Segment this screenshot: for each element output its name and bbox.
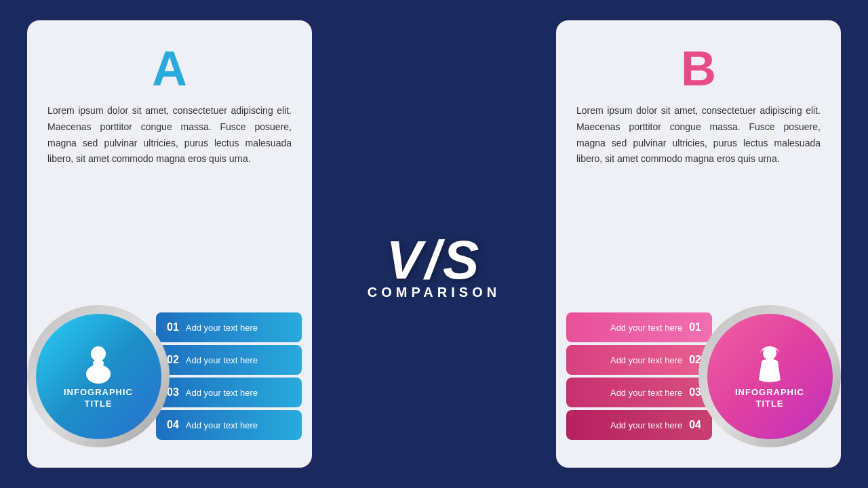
right-card-bottom: Add your text here 01 Add your text here… <box>556 305 841 468</box>
left-item-3-text: Add your text here <box>186 388 258 398</box>
left-item-3-number: 03 <box>167 386 179 399</box>
left-item-4-text: Add your text here <box>186 420 258 430</box>
left-card-letter: A <box>47 41 292 96</box>
left-card-bottom: INFOGRAPHIC TITLE 01 Add your text here … <box>27 305 312 468</box>
right-avatar-inner: INFOGRAPHIC TITLE <box>707 314 833 439</box>
female-person-icon <box>748 343 792 387</box>
left-card-body: Lorem ipsum dolor sit amet, consectetuer… <box>47 103 292 167</box>
left-list-item-4: 04 Add your text here <box>156 410 302 440</box>
right-avatar-title: INFOGRAPHIC TITLE <box>735 387 804 410</box>
left-avatar-title: INFOGRAPHIC TITLE <box>64 387 133 410</box>
svg-rect-4 <box>766 358 774 363</box>
svg-point-1 <box>86 365 111 384</box>
vs-title: V/S <box>387 229 482 291</box>
main-container: A Lorem ipsum dolor sit amet, consectetu… <box>0 0 868 488</box>
right-list-item-3: Add your text here 03 <box>566 378 712 407</box>
right-list-item-2: Add your text here 02 <box>566 345 712 375</box>
left-list-item-2: 02 Add your text here <box>156 345 302 375</box>
right-list-items: Add your text here 01 Add your text here… <box>566 312 712 440</box>
right-item-4-text: Add your text here <box>610 420 682 430</box>
right-card-letter: B <box>576 41 821 96</box>
svg-point-0 <box>91 346 106 361</box>
right-item-4-number: 04 <box>689 419 701 431</box>
right-item-1-number: 01 <box>689 321 701 333</box>
left-item-4-number: 04 <box>167 419 179 431</box>
left-list-item-3: 03 Add your text here <box>156 378 302 407</box>
right-list-item-4: Add your text here 04 <box>566 410 712 440</box>
svg-rect-2 <box>93 361 104 366</box>
male-person-icon <box>77 343 121 387</box>
right-card-body: Lorem ipsum dolor sit amet, consectetuer… <box>576 103 821 167</box>
comparison-label: COMPARISON <box>368 285 500 300</box>
left-list-items: 01 Add your text here 02 Add your text h… <box>156 312 302 440</box>
right-item-3-text: Add your text here <box>610 388 682 398</box>
left-item-2-text: Add your text here <box>186 355 258 365</box>
left-item-1-text: Add your text here <box>186 323 258 333</box>
right-avatar-outer: INFOGRAPHIC TITLE <box>698 305 841 447</box>
left-avatar-outer: INFOGRAPHIC TITLE <box>27 305 170 447</box>
left-list-item-1: 01 Add your text here <box>156 312 302 342</box>
right-list-item-1: Add your text here 01 <box>566 312 712 342</box>
right-item-1-text: Add your text here <box>610 323 682 333</box>
left-item-1-number: 01 <box>167 321 179 333</box>
right-item-2-text: Add your text here <box>610 355 682 365</box>
left-avatar-inner: INFOGRAPHIC TITLE <box>36 314 161 439</box>
left-card: A Lorem ipsum dolor sit amet, consectetu… <box>27 20 312 468</box>
right-card: B Lorem ipsum dolor sit amet, consectetu… <box>556 20 841 468</box>
center-section: V/S COMPARISON <box>312 188 556 300</box>
